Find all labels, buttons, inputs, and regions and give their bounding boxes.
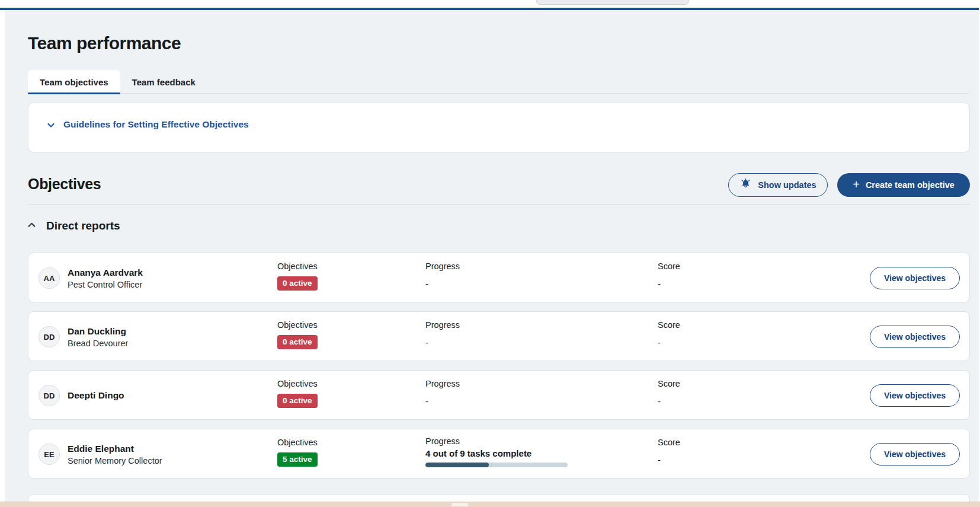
score-column-label: Score	[658, 262, 680, 271]
guidelines-accordion[interactable]: Guidelines for Setting Effective Objecti…	[28, 103, 970, 152]
progress-cell: Progress -	[425, 262, 460, 289]
direct-reports-heading: Direct reports	[46, 219, 120, 232]
bottom-taskbar-edge[interactable]	[0, 502, 980, 507]
plus-icon: +	[853, 178, 860, 190]
score-value: -	[658, 279, 680, 289]
view-objectives-button[interactable]: View objectives	[870, 443, 960, 465]
avatar: DD	[39, 385, 60, 406]
objectives-cell: Objectives 0 active	[277, 320, 318, 349]
avatar: AA	[39, 267, 60, 289]
taskbar-handle[interactable]	[451, 503, 468, 506]
progress-column-label: Progress	[425, 320, 460, 330]
page-title: Team performance	[28, 33, 181, 53]
active-objectives-badge: 0 active	[277, 276, 318, 291]
objectives-heading: Objectives	[28, 176, 101, 193]
objectives-cell: Objectives 5 active	[277, 438, 318, 467]
person-info: Ananya Aardvark Pest Control Officer	[68, 253, 143, 303]
objectives-column-label: Objectives	[277, 320, 318, 330]
progress-cell: Progress -	[425, 320, 460, 347]
score-cell: Score -	[658, 320, 680, 347]
person-role: Pest Control Officer	[68, 280, 143, 289]
score-value: -	[658, 396, 680, 406]
tab-team-objectives[interactable]: Team objectives	[28, 70, 120, 94]
chevron-up-icon	[27, 220, 37, 232]
score-value: -	[658, 455, 680, 465]
show-updates-button[interactable]: Show updates	[728, 173, 828, 197]
progress-column-label: Progress	[425, 379, 460, 388]
table-row: DD Dan Duckling Bread Devourer Objective…	[28, 311, 970, 361]
progress-cell: Progress -	[425, 379, 460, 406]
person-info: Dan Duckling Bread Devourer	[68, 312, 128, 362]
team-performance-page: Team performance Team objectives Team fe…	[0, 0, 980, 507]
active-objectives-badge: 5 active	[277, 452, 318, 467]
chevron-down-icon	[46, 120, 56, 132]
create-team-objective-button[interactable]: + Create team objective	[837, 173, 970, 197]
person-name: Dan Duckling	[68, 326, 128, 337]
tab-bar: Team objectives Team feedback	[28, 70, 970, 94]
progress-bar-fill	[425, 463, 489, 467]
score-cell: Score -	[658, 379, 680, 406]
score-cell: Score -	[658, 262, 680, 289]
create-team-objective-label: Create team objective	[866, 180, 955, 190]
objectives-cell: Objectives 0 active	[277, 379, 318, 408]
objectives-column-label: Objectives	[277, 438, 318, 447]
person-role: Senior Memory Collector	[68, 456, 162, 465]
progress-value: -	[425, 279, 460, 289]
section-divider	[28, 204, 970, 205]
active-objectives-badge: 0 active	[277, 394, 318, 408]
person-role: Bread Devourer	[68, 339, 128, 348]
person-name: Ananya Aardvark	[68, 267, 143, 278]
objectives-header: Objectives Show updates + Create team ob…	[28, 172, 970, 198]
tab-label: Team objectives	[40, 77, 108, 87]
score-cell: Score -	[658, 438, 680, 465]
person-info: Eddie Elephant Senior Memory Collector	[68, 429, 162, 479]
avatar: EE	[39, 444, 60, 465]
person-name: Eddie Elephant	[68, 444, 162, 454]
objectives-column-label: Objectives	[277, 262, 318, 271]
table-row: AA Ananya Aardvark Pest Control Officer …	[28, 253, 970, 302]
table-row: EE Eddie Elephant Senior Memory Collecto…	[28, 429, 970, 479]
view-objectives-button[interactable]: View objectives	[870, 267, 960, 289]
tab-team-feedback[interactable]: Team feedback	[120, 70, 207, 94]
show-updates-label: Show updates	[758, 180, 816, 190]
progress-value: -	[425, 396, 460, 406]
progress-bar	[425, 463, 568, 467]
guidelines-toggle-label[interactable]: Guidelines for Setting Effective Objecti…	[63, 119, 249, 130]
person-name: Deepti Dingo	[68, 390, 124, 401]
bell-icon	[739, 178, 752, 192]
score-column-label: Score	[658, 379, 680, 388]
view-objectives-button[interactable]: View objectives	[870, 384, 960, 407]
progress-value: -	[425, 337, 460, 347]
score-value: -	[658, 337, 680, 347]
avatar: DD	[39, 326, 60, 347]
progress-column-label: Progress	[425, 262, 460, 271]
objectives-column-label: Objectives	[277, 379, 318, 388]
top-scrollbar-fragment[interactable]	[536, 0, 689, 5]
objectives-cell: Objectives 0 active	[277, 262, 318, 291]
table-row: DD Deepti Dingo Objectives 0 active Prog…	[28, 370, 970, 420]
direct-reports-toggle[interactable]: Direct reports	[27, 219, 120, 232]
active-objectives-badge: 0 active	[277, 335, 318, 349]
score-column-label: Score	[658, 438, 680, 447]
person-info: Deepti Dingo	[68, 371, 124, 420]
progress-text: 4 out of 9 tasks complete	[425, 448, 568, 458]
progress-cell: Progress 4 out of 9 tasks complete	[425, 436, 568, 467]
tab-label: Team feedback	[132, 77, 196, 87]
score-column-label: Score	[658, 320, 680, 330]
view-objectives-button[interactable]: View objectives	[870, 326, 960, 348]
progress-column-label: Progress	[425, 436, 568, 446]
